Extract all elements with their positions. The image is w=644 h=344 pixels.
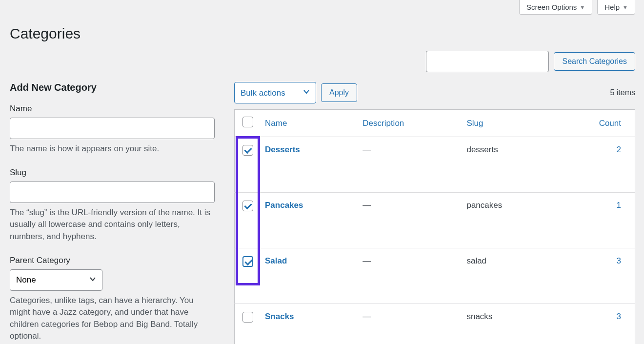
parent-label: Parent Category bbox=[10, 256, 215, 265]
help-tab[interactable]: Help ▼ bbox=[597, 0, 635, 15]
col-header-description[interactable]: Description bbox=[357, 110, 461, 137]
category-name-link[interactable]: Pancakes bbox=[265, 201, 303, 210]
category-name-link[interactable]: Salad bbox=[265, 256, 287, 265]
slug-label: Slug bbox=[10, 168, 215, 178]
category-slug: salad bbox=[461, 248, 553, 304]
page-title: Categories bbox=[0, 15, 644, 42]
category-slug: snacks bbox=[461, 304, 553, 344]
select-all-checkbox[interactable] bbox=[242, 117, 253, 127]
category-count-link[interactable]: 2 bbox=[617, 145, 621, 154]
category-description: — bbox=[357, 304, 461, 344]
col-header-name[interactable]: Name bbox=[259, 110, 357, 137]
table-row: Snacks—snacks3 bbox=[235, 304, 635, 344]
table-row: Salad—salad3 bbox=[235, 248, 635, 304]
slug-input[interactable] bbox=[10, 182, 215, 203]
category-name-link[interactable]: Snacks bbox=[265, 312, 294, 321]
category-description: — bbox=[357, 248, 461, 304]
category-slug: pancakes bbox=[461, 193, 553, 248]
category-count-link[interactable]: 3 bbox=[617, 312, 621, 321]
row-checkbox[interactable] bbox=[242, 256, 253, 267]
add-new-heading: Add New Category bbox=[10, 82, 215, 93]
table-row: Desserts—desserts2 bbox=[235, 137, 635, 193]
search-input[interactable] bbox=[426, 51, 549, 72]
categories-table: Name Description Slug Count Desserts—des… bbox=[234, 109, 635, 344]
item-count: 5 items bbox=[610, 88, 635, 97]
category-description: — bbox=[357, 193, 461, 248]
bulk-actions-select[interactable]: Bulk actions bbox=[234, 82, 316, 103]
name-label: Name bbox=[10, 104, 215, 114]
category-slug: desserts bbox=[461, 137, 553, 193]
name-hint: The name is how it appears on your site. bbox=[10, 143, 215, 155]
caret-down-icon: ▼ bbox=[580, 4, 585, 10]
screen-options-tab[interactable]: Screen Options ▼ bbox=[519, 0, 592, 15]
parent-select[interactable]: None bbox=[10, 269, 102, 291]
search-button[interactable]: Search Categories bbox=[554, 52, 635, 71]
col-header-count[interactable]: Count bbox=[553, 110, 635, 137]
help-label: Help bbox=[604, 3, 620, 11]
screen-options-label: Screen Options bbox=[526, 3, 577, 11]
row-checkbox[interactable] bbox=[242, 201, 253, 211]
slug-hint: The “slug” is the URL-friendly version o… bbox=[10, 207, 215, 243]
caret-down-icon: ▼ bbox=[623, 4, 628, 10]
row-checkbox[interactable] bbox=[242, 312, 253, 323]
category-count-link[interactable]: 1 bbox=[617, 201, 621, 210]
apply-button[interactable]: Apply bbox=[321, 83, 357, 102]
category-name-link[interactable]: Desserts bbox=[265, 145, 300, 154]
row-checkbox[interactable] bbox=[242, 145, 253, 156]
name-input[interactable] bbox=[10, 118, 215, 139]
parent-hint: Categories, unlike tags, can have a hier… bbox=[10, 295, 215, 343]
category-description: — bbox=[357, 137, 461, 193]
col-header-slug[interactable]: Slug bbox=[461, 110, 553, 137]
table-row: Pancakes—pancakes1 bbox=[235, 193, 635, 248]
category-count-link[interactable]: 3 bbox=[617, 256, 621, 265]
